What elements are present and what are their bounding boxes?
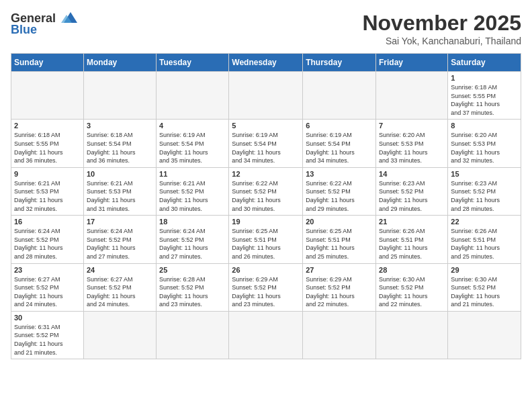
calendar-cell bbox=[83, 72, 156, 120]
logo-icon bbox=[58, 11, 80, 26]
day-number: 26 bbox=[232, 266, 300, 274]
calendar-cell: 5Sunrise: 6:19 AMSunset: 5:54 PMDaylight… bbox=[229, 120, 303, 167]
day-info: Sunrise: 6:24 AMSunset: 5:52 PMDaylight:… bbox=[14, 227, 81, 261]
day-number: 19 bbox=[232, 218, 300, 226]
month-title: November 2025 bbox=[362, 11, 521, 36]
day-number: 4 bbox=[159, 122, 226, 130]
calendar-cell bbox=[229, 311, 303, 359]
calendar-cell: 14Sunrise: 6:23 AMSunset: 5:52 PMDayligh… bbox=[376, 167, 448, 215]
day-info: Sunrise: 6:29 AMSunset: 5:52 PMDaylight:… bbox=[232, 275, 300, 309]
weekday-header-friday: Friday bbox=[376, 54, 448, 72]
day-number: 27 bbox=[306, 266, 373, 274]
calendar-cell bbox=[303, 72, 376, 120]
day-number: 12 bbox=[232, 170, 300, 178]
day-number: 14 bbox=[379, 170, 445, 178]
day-number: 20 bbox=[306, 218, 373, 226]
calendar-cell bbox=[376, 311, 448, 359]
day-info: Sunrise: 6:24 AMSunset: 5:52 PMDaylight:… bbox=[87, 227, 153, 261]
day-number: 7 bbox=[379, 122, 445, 130]
calendar-week-2: 2Sunrise: 6:18 AMSunset: 5:55 PMDaylight… bbox=[11, 120, 521, 167]
day-info: Sunrise: 6:28 AMSunset: 5:52 PMDaylight:… bbox=[159, 275, 226, 309]
day-info: Sunrise: 6:29 AMSunset: 5:52 PMDaylight:… bbox=[306, 275, 373, 309]
calendar-cell: 7Sunrise: 6:20 AMSunset: 5:53 PMDaylight… bbox=[376, 120, 448, 167]
weekday-header-sunday: Sunday bbox=[11, 54, 84, 72]
day-info: Sunrise: 6:18 AMSunset: 5:55 PMDaylight:… bbox=[451, 83, 518, 117]
calendar-cell bbox=[157, 72, 229, 120]
day-number: 15 bbox=[451, 170, 518, 178]
day-info: Sunrise: 6:20 AMSunset: 5:53 PMDaylight:… bbox=[379, 131, 445, 165]
calendar-cell: 28Sunrise: 6:30 AMSunset: 5:52 PMDayligh… bbox=[376, 263, 448, 311]
calendar-cell: 22Sunrise: 6:26 AMSunset: 5:51 PMDayligh… bbox=[448, 216, 521, 263]
day-info: Sunrise: 6:27 AMSunset: 5:52 PMDaylight:… bbox=[14, 275, 81, 309]
day-info: Sunrise: 6:21 AMSunset: 5:53 PMDaylight:… bbox=[87, 179, 153, 213]
day-info: Sunrise: 6:19 AMSunset: 5:54 PMDaylight:… bbox=[232, 131, 300, 165]
calendar-cell: 30Sunrise: 6:31 AMSunset: 5:52 PMDayligh… bbox=[11, 311, 84, 359]
calendar-cell: 18Sunrise: 6:24 AMSunset: 5:52 PMDayligh… bbox=[157, 216, 229, 263]
calendar-week-6: 30Sunrise: 6:31 AMSunset: 5:52 PMDayligh… bbox=[11, 311, 521, 359]
calendar-cell: 8Sunrise: 6:20 AMSunset: 5:53 PMDaylight… bbox=[448, 120, 521, 167]
weekday-header-wednesday: Wednesday bbox=[229, 54, 303, 72]
calendar-cell: 17Sunrise: 6:24 AMSunset: 5:52 PMDayligh… bbox=[83, 216, 156, 263]
calendar-cell: 1Sunrise: 6:18 AMSunset: 5:55 PMDaylight… bbox=[448, 72, 521, 120]
weekday-header-saturday: Saturday bbox=[448, 54, 521, 72]
calendar-cell: 9Sunrise: 6:21 AMSunset: 5:53 PMDaylight… bbox=[11, 167, 84, 215]
calendar-cell bbox=[448, 311, 521, 359]
calendar-cell bbox=[303, 311, 376, 359]
calendar-cell: 29Sunrise: 6:30 AMSunset: 5:52 PMDayligh… bbox=[448, 263, 521, 311]
day-info: Sunrise: 6:22 AMSunset: 5:52 PMDaylight:… bbox=[232, 179, 300, 213]
calendar-cell: 19Sunrise: 6:25 AMSunset: 5:51 PMDayligh… bbox=[229, 216, 303, 263]
day-number: 6 bbox=[306, 122, 373, 130]
day-info: Sunrise: 6:18 AMSunset: 5:55 PMDaylight:… bbox=[14, 131, 81, 165]
day-number: 25 bbox=[159, 266, 226, 274]
day-number: 16 bbox=[14, 218, 81, 226]
calendar-cell: 24Sunrise: 6:27 AMSunset: 5:52 PMDayligh… bbox=[83, 263, 156, 311]
day-number: 9 bbox=[14, 170, 81, 178]
calendar-table: SundayMondayTuesdayWednesdayThursdayFrid… bbox=[11, 53, 521, 359]
calendar-cell: 6Sunrise: 6:19 AMSunset: 5:54 PMDaylight… bbox=[303, 120, 376, 167]
day-number: 28 bbox=[379, 266, 445, 274]
location-text: Sai Yok, Kanchanaburi, Thailand bbox=[362, 36, 521, 46]
day-info: Sunrise: 6:20 AMSunset: 5:53 PMDaylight:… bbox=[451, 131, 518, 165]
calendar-cell bbox=[157, 311, 229, 359]
day-number: 30 bbox=[14, 314, 81, 322]
calendar-cell: 11Sunrise: 6:21 AMSunset: 5:52 PMDayligh… bbox=[157, 167, 229, 215]
calendar-cell: 20Sunrise: 6:25 AMSunset: 5:51 PMDayligh… bbox=[303, 216, 376, 263]
weekday-header-row: SundayMondayTuesdayWednesdayThursdayFrid… bbox=[11, 54, 521, 72]
day-number: 21 bbox=[379, 218, 445, 226]
title-section: November 2025 Sai Yok, Kanchanaburi, Tha… bbox=[362, 11, 521, 46]
day-info: Sunrise: 6:19 AMSunset: 5:54 PMDaylight:… bbox=[159, 131, 226, 165]
calendar-cell: 16Sunrise: 6:24 AMSunset: 5:52 PMDayligh… bbox=[11, 216, 84, 263]
day-info: Sunrise: 6:23 AMSunset: 5:52 PMDaylight:… bbox=[379, 179, 445, 213]
day-info: Sunrise: 6:30 AMSunset: 5:52 PMDaylight:… bbox=[451, 275, 518, 309]
day-info: Sunrise: 6:24 AMSunset: 5:52 PMDaylight:… bbox=[159, 227, 226, 261]
logo-blue-text: Blue bbox=[11, 23, 37, 37]
day-info: Sunrise: 6:18 AMSunset: 5:54 PMDaylight:… bbox=[87, 131, 153, 165]
day-info: Sunrise: 6:26 AMSunset: 5:51 PMDaylight:… bbox=[379, 227, 445, 261]
day-number: 22 bbox=[451, 218, 518, 226]
calendar-cell bbox=[11, 72, 84, 120]
day-info: Sunrise: 6:25 AMSunset: 5:51 PMDaylight:… bbox=[306, 227, 373, 261]
calendar-cell: 10Sunrise: 6:21 AMSunset: 5:53 PMDayligh… bbox=[83, 167, 156, 215]
calendar-week-5: 23Sunrise: 6:27 AMSunset: 5:52 PMDayligh… bbox=[11, 263, 521, 311]
day-number: 3 bbox=[87, 122, 153, 130]
calendar-cell: 23Sunrise: 6:27 AMSunset: 5:52 PMDayligh… bbox=[11, 263, 84, 311]
day-info: Sunrise: 6:27 AMSunset: 5:52 PMDaylight:… bbox=[87, 275, 153, 309]
day-info: Sunrise: 6:25 AMSunset: 5:51 PMDaylight:… bbox=[232, 227, 300, 261]
logo: General Blue bbox=[11, 11, 80, 37]
day-number: 23 bbox=[14, 266, 81, 274]
day-info: Sunrise: 6:19 AMSunset: 5:54 PMDaylight:… bbox=[306, 131, 373, 165]
calendar-cell bbox=[83, 311, 156, 359]
day-info: Sunrise: 6:31 AMSunset: 5:52 PMDaylight:… bbox=[14, 323, 81, 357]
weekday-header-thursday: Thursday bbox=[303, 54, 376, 72]
calendar-cell: 26Sunrise: 6:29 AMSunset: 5:52 PMDayligh… bbox=[229, 263, 303, 311]
day-number: 24 bbox=[87, 266, 153, 274]
calendar-week-1: 1Sunrise: 6:18 AMSunset: 5:55 PMDaylight… bbox=[11, 72, 521, 120]
weekday-header-monday: Monday bbox=[83, 54, 156, 72]
day-number: 8 bbox=[451, 122, 518, 130]
calendar-cell: 4Sunrise: 6:19 AMSunset: 5:54 PMDaylight… bbox=[157, 120, 229, 167]
day-number: 11 bbox=[159, 170, 226, 178]
calendar-week-4: 16Sunrise: 6:24 AMSunset: 5:52 PMDayligh… bbox=[11, 216, 521, 263]
day-info: Sunrise: 6:22 AMSunset: 5:52 PMDaylight:… bbox=[306, 179, 373, 213]
page-header: General Blue November 2025 Sai Yok, Kanc… bbox=[11, 11, 521, 46]
calendar-cell bbox=[376, 72, 448, 120]
